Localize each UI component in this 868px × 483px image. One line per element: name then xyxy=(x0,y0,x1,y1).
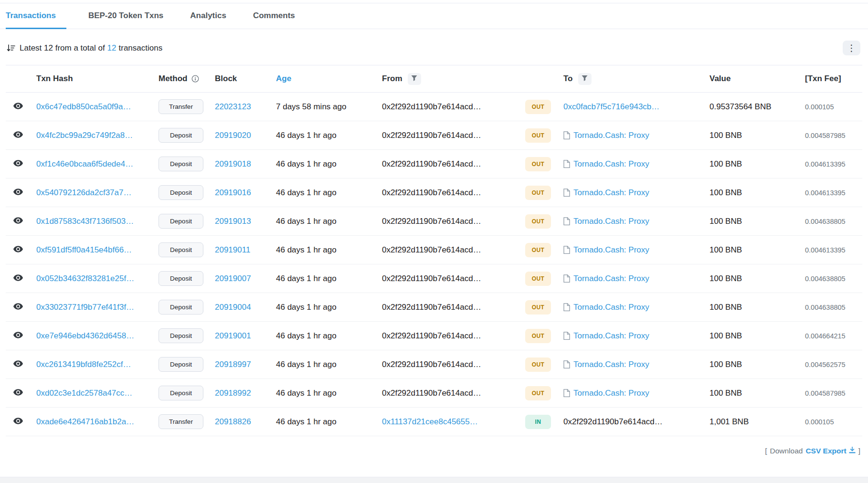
block-link[interactable]: 20919016 xyxy=(215,188,251,197)
eye-preview-button[interactable] xyxy=(6,103,23,111)
eye-preview-button[interactable] xyxy=(6,418,23,426)
txn-hash-link[interactable]: 0xf1c46e0bcaa6f5dede4… xyxy=(36,159,133,168)
col-header-txn-hash: Txn Hash xyxy=(36,74,159,84)
to-filter-button[interactable] xyxy=(578,73,592,85)
age-text: 46 days 1 hr ago xyxy=(276,274,337,283)
block-link[interactable]: 20919001 xyxy=(215,331,251,340)
to-address[interactable]: Tornado.Cash: Proxy xyxy=(573,331,649,341)
txn-hash-link[interactable]: 0x33023771f9b77ef41f3f… xyxy=(36,303,134,312)
block-link[interactable]: 20919004 xyxy=(215,303,251,312)
method-badge: Deposit xyxy=(159,128,203,143)
txn-fee-text: 0.004638805 xyxy=(805,218,846,225)
txn-fee-text: 0.004664215 xyxy=(805,332,846,340)
direction-badge: OUT xyxy=(525,186,551,200)
direction-badge: OUT xyxy=(525,214,551,229)
table-row: 0xe7e946ebd4362d6458… Deposit 20919001 4… xyxy=(6,322,862,350)
from-header-label: From xyxy=(382,74,402,84)
txn-hash-link[interactable]: 0xade6e4264716ab1b2a… xyxy=(36,417,134,426)
block-link[interactable]: 20919020 xyxy=(215,131,251,140)
tab-bep20-token-txns[interactable]: BEP-20 Token Txns xyxy=(88,3,168,29)
eye-preview-button[interactable] xyxy=(6,217,23,225)
csv-export-label: CSV Export xyxy=(805,447,846,455)
txn-hash-link[interactable]: 0xe7e946ebd4362d6458… xyxy=(36,331,134,340)
eye-preview-button[interactable] xyxy=(6,303,23,311)
to-address[interactable]: Tornado.Cash: Proxy xyxy=(573,159,649,169)
method-info-icon[interactable] xyxy=(191,75,199,83)
more-options-button[interactable]: ⋮ xyxy=(843,41,860,55)
direction-badge: IN xyxy=(525,415,551,429)
txn-hash-link[interactable]: 0x1d87583c43f7136f503… xyxy=(36,217,134,226)
contract-file-icon xyxy=(563,246,570,254)
contract-file-icon xyxy=(563,360,570,368)
block-link[interactable]: 20918997 xyxy=(215,360,251,369)
kebab-icon: ⋮ xyxy=(847,43,856,52)
direction-badge: OUT xyxy=(525,300,551,315)
eye-icon xyxy=(13,360,23,368)
txn-fee-text: 0.004562575 xyxy=(805,361,846,368)
eye-preview-button[interactable] xyxy=(6,332,23,340)
txn-hash-link[interactable]: 0xc2613419bfd8fe252cf… xyxy=(36,360,131,369)
tab-analytics[interactable]: Analytics xyxy=(190,3,231,29)
eye-preview-button[interactable] xyxy=(6,131,23,139)
eye-icon xyxy=(13,246,23,254)
summary-row: Latest 12 from a total of 12 transaction… xyxy=(0,29,868,65)
block-link[interactable]: 20919013 xyxy=(215,217,251,226)
txn-hash-link[interactable]: 0x052b34632f83281e25f… xyxy=(36,274,134,283)
contract-file-icon xyxy=(563,131,570,139)
value-text: 100 BNB xyxy=(709,388,742,398)
value-text: 100 BNB xyxy=(709,303,742,312)
from-address: 0x2f292d1190b7e614acd… xyxy=(382,131,481,140)
from-address: 0x2f292d1190b7e614acd… xyxy=(382,303,481,312)
to-address[interactable]: Tornado.Cash: Proxy xyxy=(573,217,649,226)
eye-preview-button[interactable] xyxy=(6,246,23,254)
txn-hash-link[interactable]: 0xd02c3e1dc2578a47cc… xyxy=(36,388,132,398)
txn-hash-link[interactable]: 0x4fc2bc99a29c749f2a8… xyxy=(36,131,133,140)
txn-fee-text: 0.004613395 xyxy=(805,160,846,168)
value-text: 1,001 BNB xyxy=(709,417,749,426)
to-address[interactable]: Tornado.Cash: Proxy xyxy=(573,274,649,284)
eye-icon xyxy=(13,274,23,283)
tab-transactions[interactable]: Transactions xyxy=(6,3,66,29)
table-footer: [ Download CSV Export ] xyxy=(0,436,868,455)
from-address: 0x2f292d1190b7e614acd… xyxy=(382,360,481,369)
age-text: 46 days 1 hr ago xyxy=(276,303,337,312)
age-text: 7 days 58 mins ago xyxy=(276,102,346,111)
to-address[interactable]: Tornado.Cash: Proxy xyxy=(573,131,649,140)
block-link[interactable]: 20919011 xyxy=(215,245,250,254)
block-link[interactable]: 20918826 xyxy=(215,417,251,426)
block-link[interactable]: 20919018 xyxy=(215,159,251,168)
age-text: 46 days 1 hr ago xyxy=(276,245,337,254)
transactions-table: Txn Hash Method Block Age From xyxy=(6,65,862,436)
direction-badge: OUT xyxy=(525,157,551,171)
block-link[interactable]: 22023123 xyxy=(215,102,251,111)
txn-hash-link[interactable]: 0x540792126da2cf37a7… xyxy=(36,188,131,197)
summary-count-link[interactable]: 12 xyxy=(107,43,116,53)
to-address[interactable]: 0xc0facb7f5c716e943cb… xyxy=(563,102,659,112)
to-address[interactable]: Tornado.Cash: Proxy xyxy=(573,360,649,369)
to-address[interactable]: Tornado.Cash: Proxy xyxy=(573,188,649,198)
eye-preview-button[interactable] xyxy=(6,389,23,397)
txn-hash-link[interactable]: 0x6c47edb850ca5a0f9a… xyxy=(36,102,131,111)
to-address[interactable]: Tornado.Cash: Proxy xyxy=(573,303,649,312)
value-text: 100 BNB xyxy=(709,331,742,340)
eye-preview-button[interactable] xyxy=(6,360,23,368)
method-badge: Deposit xyxy=(159,242,203,257)
txn-fee-text: 0.004638805 xyxy=(805,275,846,283)
eye-preview-button[interactable] xyxy=(6,274,23,283)
col-header-age[interactable]: Age xyxy=(276,74,291,84)
eye-preview-button[interactable] xyxy=(6,189,23,197)
csv-export-link[interactable]: CSV Export xyxy=(805,447,855,455)
eye-preview-button[interactable] xyxy=(6,160,23,168)
from-filter-button[interactable] xyxy=(408,73,421,85)
to-address[interactable]: Tornado.Cash: Proxy xyxy=(573,245,649,255)
direction-badge: OUT xyxy=(525,100,551,114)
txn-hash-link[interactable]: 0xf591df5ff0a415e4bf66… xyxy=(36,245,132,254)
tab-comments[interactable]: Comments xyxy=(253,3,300,29)
direction-badge: OUT xyxy=(525,357,551,372)
to-address[interactable]: Tornado.Cash: Proxy xyxy=(573,388,649,398)
block-link[interactable]: 20918992 xyxy=(215,388,251,398)
block-link[interactable]: 20919007 xyxy=(215,274,251,283)
method-badge: Deposit xyxy=(159,357,203,372)
age-text: 46 days 1 hr ago xyxy=(276,188,337,197)
from-address[interactable]: 0x11137d21cee8c45655… xyxy=(382,417,478,426)
